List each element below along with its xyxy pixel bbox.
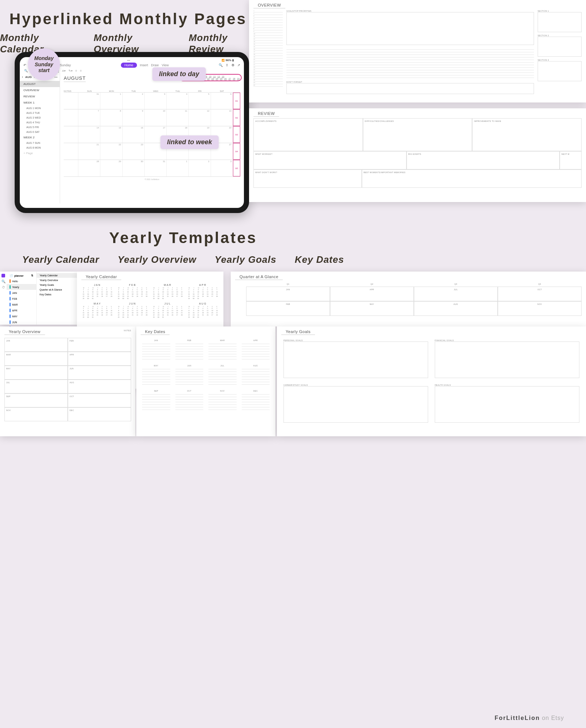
day-cell[interactable]: 21 bbox=[78, 143, 100, 160]
sidebar-item-overview[interactable]: OVERVIEW bbox=[20, 87, 60, 93]
sheet-overview: OVERVIEW 1234567891011121314151617181920… bbox=[249, 0, 586, 102]
day-cell[interactable]: 9 bbox=[123, 109, 145, 126]
sidebar-day[interactable]: AUG 5 FRI bbox=[20, 125, 60, 130]
nav-item[interactable]: JAN bbox=[7, 290, 36, 296]
week-link[interactable]: W4 bbox=[233, 143, 240, 160]
review-title: REVIEW bbox=[253, 108, 279, 117]
tab-view[interactable]: View bbox=[162, 63, 168, 67]
search-icon[interactable]: 🔍 bbox=[219, 63, 223, 67]
search-icon[interactable]: 🔍 bbox=[1, 280, 5, 283]
nav-item[interactable]: MAR bbox=[7, 302, 36, 307]
doc-icon: 📄 bbox=[10, 274, 13, 277]
nav-sub-item[interactable]: Yearly Calendar bbox=[37, 273, 77, 278]
sidebar-item-review[interactable]: REVIEW bbox=[20, 93, 60, 100]
day-cell[interactable]: 30 bbox=[123, 160, 145, 176]
day-cell[interactable]: 31 bbox=[145, 160, 167, 176]
day-cell[interactable]: 3 bbox=[211, 160, 233, 176]
sidebar-day[interactable]: AUG 7 SUN bbox=[20, 141, 60, 145]
bubble-start-day: MondaySundaystart bbox=[28, 48, 60, 81]
back-icon[interactable]: ↶ bbox=[23, 63, 26, 67]
day-cell[interactable]: 6 bbox=[211, 93, 233, 109]
day-cell[interactable]: 28 bbox=[78, 160, 100, 176]
day-cell[interactable]: 15 bbox=[100, 126, 122, 143]
copyright: © 2021 forlittlelion bbox=[64, 178, 240, 180]
day-cell[interactable] bbox=[64, 93, 78, 109]
week-link[interactable]: W2 bbox=[233, 109, 240, 126]
day-cell[interactable]: 10 bbox=[145, 109, 167, 126]
sidebar-day[interactable]: AUG 6 SAT bbox=[20, 130, 60, 134]
week-link[interactable]: W5 bbox=[233, 160, 240, 176]
tab-home[interactable]: Home bbox=[121, 63, 137, 68]
day-cell[interactable]: 2 bbox=[123, 93, 145, 109]
search-icon[interactable]: 🔍 bbox=[24, 69, 28, 72]
day-cell[interactable]: 12 bbox=[189, 109, 211, 126]
sheet-review: REVIEW ACCOMPLISHMENTS DIFFICULTIES/CHAL… bbox=[249, 108, 586, 202]
planner-nav: 🔍 ⏱ 📄planner⇅ HelloYearlyJANFEBMARAPRMAY… bbox=[0, 272, 77, 325]
sub-yearly-goals: Yearly Goals bbox=[215, 254, 277, 265]
settings-icon[interactable]: ⚙ bbox=[231, 63, 234, 67]
tab-draw[interactable]: Draw bbox=[151, 63, 159, 67]
nav-item[interactable]: JUN bbox=[7, 319, 36, 325]
day-cell[interactable]: 23 bbox=[123, 143, 145, 160]
sidebar-item-august[interactable]: AUGUST bbox=[20, 81, 60, 87]
day-cell[interactable]: 4 bbox=[167, 93, 189, 109]
sidebar-day[interactable]: AUG 4 THU bbox=[20, 120, 60, 125]
tab-insert[interactable]: Insert bbox=[140, 63, 148, 67]
day-cell[interactable]: 14 bbox=[78, 126, 100, 143]
day-cell[interactable]: 1 bbox=[167, 160, 189, 176]
expand-icon[interactable]: ↗ bbox=[237, 63, 240, 67]
overview-title: OVERVIEW bbox=[253, 0, 285, 8]
week-link[interactable]: W3 bbox=[233, 126, 240, 143]
sidebar-day[interactable]: AUG 2 TUE bbox=[20, 111, 60, 115]
sub-monthly-overview: Monthly Overview bbox=[94, 32, 170, 55]
sheet-quarter: Quarter at A Glance Q1 Q2 Q3 Q4 JANAPRJU… bbox=[231, 272, 586, 326]
day-cell[interactable] bbox=[64, 143, 78, 160]
heading-monthly: Hyperlinked Monthly Pages bbox=[0, 10, 256, 28]
nav-sub-item[interactable]: Yearly Overview bbox=[37, 278, 77, 283]
day-cell[interactable]: 1 bbox=[100, 93, 122, 109]
nav-item[interactable]: MAY bbox=[7, 313, 36, 319]
day-cell[interactable]: 29 bbox=[100, 160, 122, 176]
callout-linked-week: linked to week bbox=[160, 135, 219, 149]
brand-footer: ForLittleLion on Etsy bbox=[494, 715, 564, 721]
nav-item[interactable]: APR bbox=[7, 307, 36, 313]
day-cell[interactable]: 3 bbox=[145, 93, 167, 109]
day-cell[interactable] bbox=[64, 109, 78, 126]
day-cell[interactable]: 7 bbox=[78, 109, 100, 126]
sidebar-day[interactable]: AUG 8 MON bbox=[20, 145, 60, 150]
day-cell[interactable]: 11 bbox=[167, 109, 189, 126]
day-cell[interactable]: 5 bbox=[189, 93, 211, 109]
chevron-left-icon[interactable]: ‹ bbox=[22, 75, 23, 79]
day-cell[interactable]: 22 bbox=[100, 143, 122, 160]
clock-icon[interactable]: ⏱ bbox=[2, 285, 5, 289]
sidebar-item-week1[interactable]: WEEK 1 bbox=[20, 100, 60, 106]
day-cell[interactable] bbox=[64, 126, 78, 143]
status-battery: 96% bbox=[226, 59, 231, 62]
heading-yearly: Yearly Templates bbox=[0, 229, 366, 247]
week-link[interactable]: W1 bbox=[233, 93, 240, 109]
sheet-yearly-goals: Yearly Goals PERSONAL GOALS FINANCIAL GO… bbox=[277, 326, 586, 436]
sub-yearly-overview: Yearly Overview bbox=[118, 254, 196, 265]
app-icon bbox=[1, 274, 5, 277]
nav-sub-item[interactable]: Key Dates bbox=[37, 292, 77, 297]
nav-sub-item[interactable]: Yearly Goals bbox=[37, 283, 77, 287]
day-cell[interactable]: 31 bbox=[78, 93, 100, 109]
day-cell[interactable] bbox=[64, 160, 78, 176]
month-sidebar: ‹AUG›••• AUGUST OVERVIEW REVIEW WEEK 1 A… bbox=[20, 73, 60, 204]
share-icon[interactable]: ⇪ bbox=[226, 63, 229, 67]
sheet-yearly-overview: Yearly Overview NOTES JANFEBMARAPRMAYJUN… bbox=[0, 326, 136, 436]
sidebar-add-page[interactable]: + Page bbox=[20, 150, 60, 156]
sidebar-day[interactable]: AUG 3 WED bbox=[20, 115, 60, 120]
sidebar-day[interactable]: AUG 1 MON bbox=[20, 106, 60, 111]
nav-item[interactable]: FEB bbox=[7, 296, 36, 302]
day-cell[interactable]: 2 bbox=[189, 160, 211, 176]
day-cell[interactable]: 13 bbox=[211, 109, 233, 126]
nav-sub-item[interactable]: Quarter at A Glance bbox=[37, 287, 77, 292]
nav-item[interactable]: Yearly bbox=[7, 284, 36, 290]
sidebar-item-week2[interactable]: WEEK 2 bbox=[20, 134, 60, 141]
nav-item[interactable]: Hello bbox=[7, 278, 36, 284]
sheet-key-dates: Key Dates JANFEBMARAPRMAYJUNJULAUGSEPOCT… bbox=[136, 326, 275, 436]
day-cell[interactable]: 16 bbox=[123, 126, 145, 143]
day-cell[interactable]: 8 bbox=[100, 109, 122, 126]
sub-yearly-calendar: Yearly Calendar bbox=[22, 254, 100, 265]
